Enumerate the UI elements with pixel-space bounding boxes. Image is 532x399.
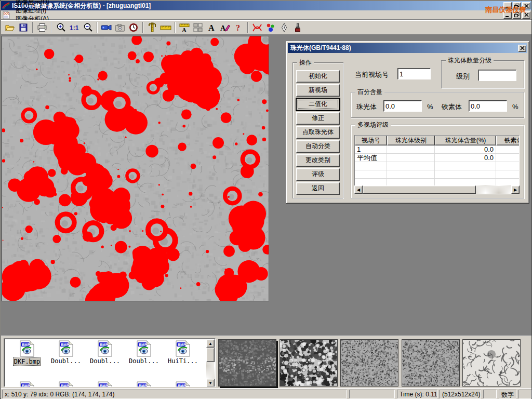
table-row[interactable]: [355, 162, 519, 170]
table-column-header[interactable]: 珠光体含量(%): [435, 136, 496, 145]
file-item[interactable]: BMPHuiTi...: [164, 340, 202, 365]
camera-icon[interactable]: [114, 21, 126, 34]
table-cell: [387, 154, 435, 162]
grid-icon[interactable]: [192, 21, 204, 34]
file-listbox[interactable]: ▲ ▼ BMPDKF.bmpBMPDoubl...BMPDoubl...BMPD…: [4, 338, 216, 387]
ruler-icon[interactable]: [159, 21, 172, 34]
table-column-header[interactable]: 珠光体级别: [387, 136, 435, 145]
new-field-button[interactable]: 新视场: [296, 84, 340, 97]
document-icon[interactable]: DOC: [2, 11, 11, 19]
thumbnail-1[interactable]: [218, 339, 276, 387]
file-item[interactable]: BMP: [8, 381, 46, 387]
table-cell: [496, 170, 520, 178]
operations-group-label: 操作: [297, 59, 314, 66]
svg-text:?: ?: [236, 23, 240, 32]
scroll-down-button[interactable]: ▼: [206, 379, 215, 387]
menu-item-image-process[interactable]: 图像处理(I): [12, 7, 54, 15]
mode-status: 数字: [499, 390, 516, 398]
pick-pearlite-button[interactable]: 点取珠光体: [296, 126, 340, 139]
file-scrollbar-thumb[interactable]: [206, 348, 215, 362]
scroll-right-button[interactable]: ▶: [511, 185, 520, 194]
table-row[interactable]: 平均值0.0: [355, 154, 519, 162]
file-item[interactable]: BMPDoubl...: [125, 340, 163, 365]
print-icon[interactable]: [36, 21, 48, 34]
help-icon[interactable]: ?: [232, 21, 245, 34]
current-field-input[interactable]: [397, 68, 431, 79]
thumbnail-5[interactable]: [462, 339, 521, 387]
table-row[interactable]: 10.0: [355, 145, 519, 154]
actual-size-icon[interactable]: 1:1: [68, 21, 81, 34]
clock-icon[interactable]: [127, 21, 140, 34]
table-cell: [387, 162, 435, 170]
table-horizontal-scrollbar[interactable]: ◀ ▶: [354, 185, 520, 194]
pen-nib-icon[interactable]: [278, 21, 290, 34]
toolbar-separator: [97, 22, 98, 33]
file-item[interactable]: BMPDoubl...: [47, 340, 85, 365]
table-cell: [387, 170, 435, 178]
change-class-button[interactable]: 更改类别: [296, 154, 340, 167]
title-bar[interactable]: IS100显微摄像系统(金相分析版) - [zhuguangti01]: [1, 1, 531, 10]
file-item[interactable]: BMP: [86, 381, 124, 387]
video-camera-icon[interactable]: [100, 21, 113, 34]
table-cell: 0.0: [435, 145, 496, 153]
table-cell: [435, 170, 496, 178]
file-item[interactable]: BMPDoubl...: [86, 340, 124, 365]
mdi-close-button[interactable]: [522, 11, 530, 19]
dialog-close-button[interactable]: [518, 45, 526, 52]
grade-input[interactable]: [478, 70, 516, 81]
text-icon[interactable]: A: [205, 21, 218, 34]
minimize-button[interactable]: [503, 2, 512, 9]
initialize-button[interactable]: 初始化: [296, 70, 340, 83]
close-button[interactable]: [522, 2, 530, 9]
classify-balls-icon[interactable]: [264, 21, 277, 34]
table-column-header[interactable]: 视场号: [355, 136, 387, 145]
return-button[interactable]: 返回: [296, 182, 340, 195]
mdi-restore-button[interactable]: [513, 11, 521, 19]
binarize-button[interactable]: 二值化: [296, 98, 340, 111]
ferrite-percent-input[interactable]: [469, 100, 507, 112]
restore-button[interactable]: [513, 2, 521, 9]
zoom-out-icon[interactable]: [82, 21, 94, 34]
mdi-minimize-button[interactable]: [503, 11, 512, 19]
menu-item-image-display[interactable]: 图像显示(D): [12, 0, 54, 7]
grade-button[interactable]: 评级: [296, 168, 340, 181]
brush-icon[interactable]: [291, 21, 304, 34]
svg-text:1:1: 1:1: [70, 24, 79, 32]
ferrite-percent-unit: %: [512, 103, 518, 111]
file-item[interactable]: BMPDKF.bmp: [8, 340, 46, 366]
text-edit-icon[interactable]: A: [219, 21, 231, 34]
metallographic-image-view[interactable]: [2, 36, 269, 301]
correct-button[interactable]: 修正: [296, 112, 340, 125]
curve-cut-icon[interactable]: [251, 21, 263, 34]
dialog-title-bar[interactable]: 珠光体(GB/T9441-88): [288, 43, 527, 53]
table-row[interactable]: [355, 170, 519, 179]
svg-text:DOC: DOC: [4, 12, 10, 15]
zoom-in-icon[interactable]: [55, 21, 67, 34]
scrollbar-thumb[interactable]: [363, 185, 476, 194]
file-list-scrollbar[interactable]: ▲ ▼: [206, 339, 215, 387]
caliper-icon[interactable]: [146, 21, 158, 34]
auto-classify-button[interactable]: 自动分类: [296, 140, 340, 153]
scrollbar-track[interactable]: [363, 185, 511, 194]
table-cell: [435, 162, 496, 170]
file-item[interactable]: BMP: [125, 381, 163, 387]
thumbnail-4[interactable]: [402, 339, 460, 387]
measure-text-icon[interactable]: A: [178, 21, 191, 34]
file-item[interactable]: BMP: [164, 381, 202, 387]
processing-time-status: Time (s): 0.113: [397, 390, 437, 398]
file-item[interactable]: BMP: [47, 381, 85, 387]
table-cell: [496, 154, 520, 162]
file-name: Doubl...: [128, 357, 159, 365]
save-icon[interactable]: [17, 21, 30, 34]
scroll-up-button[interactable]: ▲: [206, 339, 215, 348]
toolbar-separator: [32, 22, 33, 33]
thumbnail-3[interactable]: [340, 339, 398, 387]
thumbnail-2[interactable]: [280, 339, 338, 387]
pearlite-dialog: 珠光体(GB/T9441-88) 操作 初始化新视场二值化修正点取珠光体自动分类…: [286, 41, 529, 204]
table-column-header[interactable]: 铁素体含量(%): [496, 136, 520, 145]
menu-bar: DOC 文件(F)编辑(E)查看(V)图像显示(D)图像处理(I)图像分析(A)…: [1, 10, 531, 20]
pearlite-percent-input[interactable]: [383, 100, 422, 112]
scroll-left-button[interactable]: ◀: [354, 185, 363, 194]
open-icon[interactable]: [4, 21, 16, 34]
table-cell: [387, 145, 435, 153]
